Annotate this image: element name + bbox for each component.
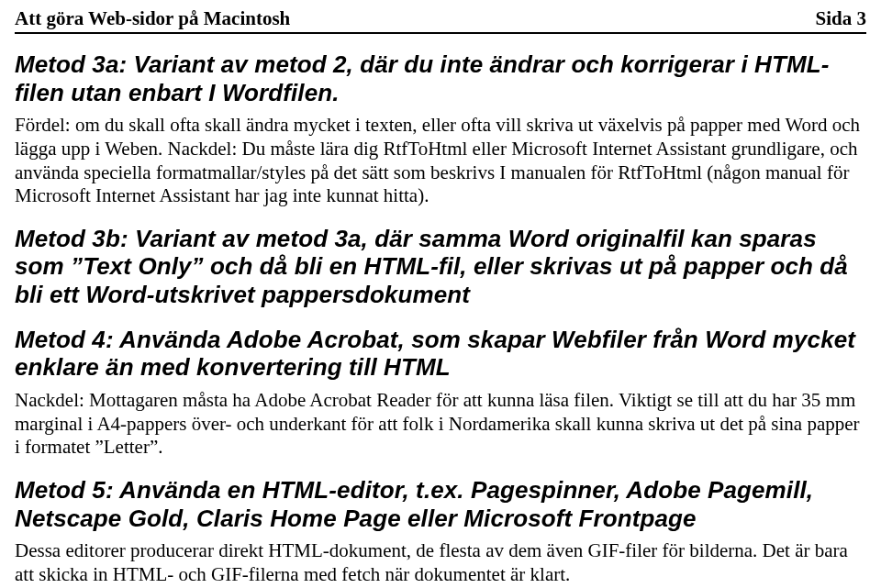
heading-method-5: Metod 5: Använda en HTML-editor, t.ex. P… xyxy=(15,476,866,532)
paragraph-method-5: Dessa editorer producerar direkt HTML-do… xyxy=(15,539,866,586)
page-number: Sida 3 xyxy=(816,7,866,30)
heading-method-3a: Metod 3a: Variant av metod 2, där du int… xyxy=(15,50,866,106)
heading-method-3b: Metod 3b: Variant av metod 3a, där samma… xyxy=(15,225,866,309)
header-rule xyxy=(15,32,866,34)
paragraph-method-4: Nackdel: Mottagaren måsta ha Adobe Acrob… xyxy=(15,389,866,460)
paragraph-method-3a: Fördel: om du skall ofta skall ändra myc… xyxy=(15,114,866,207)
page-header: Att göra Web-sidor på Macintosh Sida 3 xyxy=(15,7,866,30)
heading-method-4: Metod 4: Använda Adobe Acrobat, som skap… xyxy=(15,326,866,382)
document-page: Att göra Web-sidor på Macintosh Sida 3 M… xyxy=(0,0,881,588)
header-title: Att göra Web-sidor på Macintosh xyxy=(15,7,290,30)
